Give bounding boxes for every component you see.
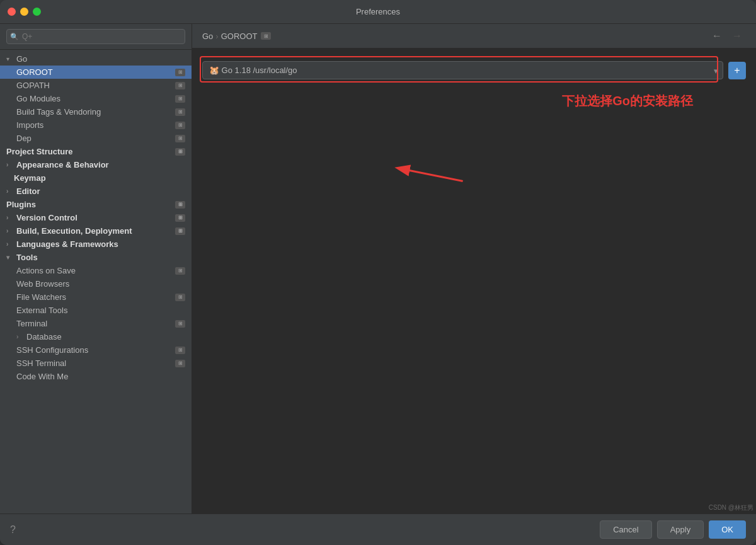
sidebar-item-label-build-tags: Build Tags & Vendoring — [16, 107, 101, 117]
ext-icon-terminal: ⊞ — [175, 320, 185, 328]
ext-icon-ssh-configurations: ⊞ — [175, 347, 185, 354]
footer-buttons: Cancel Apply OK — [600, 520, 746, 539]
sidebar-item-label-goroot: GOROOT — [16, 67, 53, 77]
sidebar-item-label-actions-on-save: Actions on Save — [16, 266, 76, 275]
sidebar-item-editor[interactable]: › Editor — [0, 185, 192, 198]
sidebar-item-dep[interactable]: Dep ⊞ — [0, 132, 192, 145]
sidebar-item-ssh-terminal[interactable]: SSH Terminal ⊞ — [0, 357, 192, 370]
breadcrumb-ext-icon: ⊞ — [261, 32, 271, 40]
nav-buttons: ← → — [708, 29, 746, 43]
forward-button[interactable]: → — [728, 29, 746, 43]
sidebar-item-build-tags[interactable]: Build Tags & Vendoring ⊞ — [0, 105, 192, 118]
cancel-button[interactable]: Cancel — [600, 520, 651, 539]
ext-icon-project-structure: ⊞ — [175, 148, 185, 156]
minimize-button[interactable] — [20, 8, 28, 16]
search-input[interactable] — [6, 29, 185, 44]
breadcrumb-goroot: GOROOT — [221, 32, 258, 41]
sidebar-item-label-terminal: Terminal — [16, 319, 47, 328]
sidebar-item-label-dep: Dep — [16, 134, 32, 143]
sidebar-item-file-watchers[interactable]: File Watchers ⊞ — [0, 290, 192, 304]
content-area: Go › GOROOT ⊞ ← → 🐹 Go 1.18 /usr/local/g… — [192, 24, 756, 513]
ext-icon-version-control: ⊞ — [175, 214, 185, 222]
sidebar-item-build-execution[interactable]: › Build, Execution, Deployment ⊞ — [0, 224, 192, 238]
ext-icon-build-execution: ⊞ — [175, 227, 185, 235]
window-controls — [8, 8, 41, 16]
sidebar-item-database[interactable]: › Database — [0, 330, 192, 343]
sidebar-item-label-tools: Tools — [16, 253, 38, 262]
sidebar-item-label-ssh-terminal: SSH Terminal — [16, 359, 66, 368]
sidebar-item-imports[interactable]: Imports ⊞ — [0, 118, 192, 132]
sidebar-item-terminal[interactable]: Terminal ⊞ — [0, 317, 192, 330]
sidebar-item-goroot[interactable]: GOROOT ⊞ — [0, 66, 192, 79]
sidebar-item-languages-frameworks[interactable]: › Languages & Frameworks — [0, 238, 192, 251]
sidebar-item-label-ssh-configurations: SSH Configurations — [16, 345, 88, 355]
expand-arrow-version-control: › — [6, 214, 14, 221]
apply-button[interactable]: Apply — [657, 520, 704, 539]
ext-icon-gopath: ⊞ — [175, 82, 185, 89]
ext-icon-actions-on-save: ⊞ — [175, 267, 185, 275]
search-wrapper: 🔍 — [6, 29, 185, 44]
ext-icon-ssh-terminal: ⊞ — [175, 360, 185, 367]
ext-icon-goroot: ⊞ — [175, 69, 185, 76]
search-bar: 🔍 — [0, 24, 192, 50]
annotation-text: 下拉选择Go的安装路径 — [562, 93, 693, 110]
sidebar-item-label-code-with-me: Code With Me — [16, 372, 68, 381]
sidebar-item-label-keymap: Keymap — [14, 173, 46, 183]
sidebar-item-label-imports: Imports — [16, 120, 43, 130]
sidebar-item-go[interactable]: ▾ Go — [0, 52, 192, 66]
svg-line-0 — [398, 168, 462, 181]
watermark: CSDN @林狂男 — [709, 503, 753, 512]
sidebar-item-web-browsers[interactable]: Web Browsers — [0, 277, 192, 290]
expand-arrow-editor: › — [6, 188, 14, 195]
content-body: 🐹 Go 1.18 /usr/local/go ▾ + 下拉选择Go的安装路径 — [192, 49, 756, 513]
sidebar-item-external-tools[interactable]: External Tools — [0, 304, 192, 317]
goroot-select[interactable]: 🐹 Go 1.18 /usr/local/go — [202, 61, 723, 79]
sidebar-item-label-gopath: GOPATH — [16, 81, 50, 90]
annotation-arrow — [192, 49, 756, 513]
sidebar-item-code-with-me[interactable]: Code With Me — [0, 370, 192, 383]
sidebar-item-label-languages-frameworks: Languages & Frameworks — [16, 239, 118, 249]
close-button[interactable] — [8, 8, 16, 16]
window-title: Preferences — [356, 7, 400, 16]
ext-icon-go-modules: ⊞ — [175, 95, 185, 103]
back-button[interactable]: ← — [708, 29, 726, 43]
ext-icon-imports: ⊞ — [175, 122, 185, 129]
goroot-add-button[interactable]: + — [728, 62, 746, 79]
sidebar-item-appearance-behavior[interactable]: › Appearance & Behavior — [0, 158, 192, 171]
sidebar-item-project-structure[interactable]: Project Structure ⊞ — [0, 145, 192, 158]
maximize-button[interactable] — [33, 8, 41, 16]
search-icon: 🔍 — [10, 33, 19, 41]
sidebar-item-label-external-tools: External Tools — [16, 306, 67, 315]
sidebar-item-actions-on-save[interactable]: Actions on Save ⊞ — [0, 264, 192, 277]
ext-icon-file-watchers: ⊞ — [175, 294, 185, 301]
sidebar-item-plugins[interactable]: Plugins ⊞ — [0, 198, 192, 211]
sidebar-item-label-plugins: Plugins — [6, 200, 36, 209]
ok-button[interactable]: OK — [709, 520, 746, 539]
sidebar-item-keymap[interactable]: Keymap — [0, 171, 192, 185]
sidebar-item-tools[interactable]: ▾ Tools — [0, 251, 192, 264]
sidebar-item-label-go-modules: Go Modules — [16, 94, 60, 103]
goroot-row: 🐹 Go 1.18 /usr/local/go ▾ + — [202, 61, 746, 79]
content-header: Go › GOROOT ⊞ ← → — [192, 24, 756, 49]
sidebar-item-ssh-configurations[interactable]: SSH Configurations ⊞ — [0, 343, 192, 357]
ext-icon-build-tags: ⊞ — [175, 108, 185, 116]
expand-arrow-go: ▾ — [6, 55, 14, 62]
sidebar-item-label-web-browsers: Web Browsers — [16, 279, 69, 289]
breadcrumb-separator: › — [215, 32, 218, 41]
sidebar-item-label-appearance-behavior: Appearance & Behavior — [16, 160, 109, 169]
sidebar-item-gopath[interactable]: GOPATH ⊞ — [0, 79, 192, 92]
help-icon: ? — [10, 524, 16, 535]
ext-icon-dep: ⊞ — [175, 135, 185, 142]
help-button[interactable]: ? — [10, 524, 16, 536]
titlebar: Preferences — [0, 0, 756, 24]
sidebar-item-go-modules[interactable]: Go Modules ⊞ — [0, 92, 192, 105]
sidebar-item-label-project-structure: Project Structure — [6, 147, 72, 156]
sidebar-item-label-go: Go — [16, 54, 27, 64]
sidebar-item-label-build-execution: Build, Execution, Deployment — [16, 226, 132, 236]
sidebar-item-label-database: Database — [26, 332, 62, 341]
main-content: 🔍 ▾ Go GOROOT ⊞ GOPATH ⊞ — [0, 24, 756, 513]
expand-arrow-database: › — [16, 333, 24, 340]
expand-arrow-build: › — [6, 227, 14, 234]
sidebar-tree: ▾ Go GOROOT ⊞ GOPATH ⊞ Go Modules ⊞ — [0, 50, 192, 513]
sidebar-item-version-control[interactable]: › Version Control ⊞ — [0, 211, 192, 224]
